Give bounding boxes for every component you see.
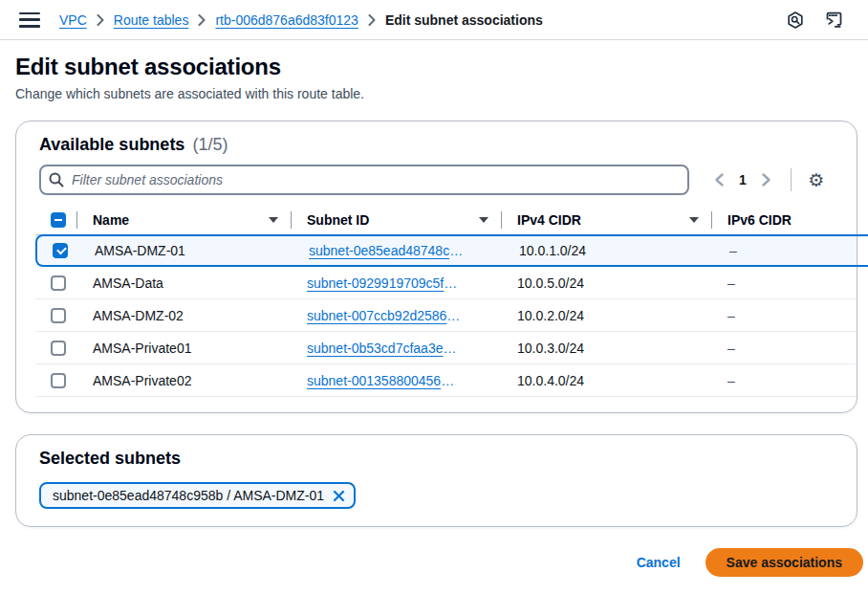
sort-caret-icon	[479, 217, 488, 223]
subnet-name: AMSA-Private01	[93, 341, 191, 356]
settings-gear-icon[interactable]: ⚙	[803, 166, 830, 193]
sort-caret-icon	[269, 217, 278, 223]
selected-subnets-title: Selected subnets	[39, 449, 834, 469]
top-navigation: VPC Route tables rtb-006d876a6d83f0123 E…	[0, 0, 868, 40]
breadcrumb: VPC Route tables rtb-006d876a6d83f0123 E…	[59, 12, 543, 28]
table-header-row: Name Subnet ID IPv4 CIDR IPv6 CIDR	[35, 205, 857, 235]
menu-icon[interactable]	[19, 12, 40, 28]
column-header-ipv4-cidr[interactable]: IPv4 CIDR	[502, 205, 712, 234]
breadcrumb-current: Edit subnet associations	[385, 12, 543, 28]
save-associations-button[interactable]: Save associations	[705, 548, 863, 577]
ipv6-cidr: –	[727, 308, 735, 323]
page-subtitle: Change which subnets are associated with…	[15, 86, 868, 101]
ipv4-cidr: 10.0.3.0/24	[517, 341, 584, 356]
subnet-id-link[interactable]: subnet-0929919709c5f	[307, 275, 457, 291]
subnet-id-link[interactable]: subnet-0e85ead48748c	[309, 243, 463, 258]
chevron-right-icon	[97, 14, 104, 26]
main-content: Edit subnet associations Change which su…	[0, 40, 868, 577]
cancel-button[interactable]: Cancel	[637, 555, 681, 570]
chevron-right-icon	[198, 14, 206, 26]
subnets-table: Name Subnet ID IPv4 CIDR IPv6 CIDR	[35, 205, 857, 412]
row-checkbox[interactable]	[51, 341, 66, 356]
subnet-name: AMSA-Private02	[93, 373, 191, 388]
column-header-subnet-id[interactable]: Subnet ID	[292, 205, 502, 234]
select-all-checkbox[interactable]	[51, 212, 66, 228]
subnet-id-link[interactable]: subnet-007ccb92d2586	[307, 308, 460, 323]
ipv4-cidr: 10.0.4.0/24	[517, 373, 584, 388]
table-row[interactable]: AMSA-DMZ-01 subnet-0e85ead48748c 10.0.1.…	[35, 234, 857, 267]
ipv4-cidr: 10.0.1.0/24	[519, 243, 586, 258]
breadcrumb-route-tables[interactable]: Route tables	[114, 12, 189, 28]
filter-input[interactable]	[39, 165, 689, 195]
ipv6-cidr: –	[727, 341, 735, 356]
column-header-name[interactable]: Name	[77, 205, 292, 234]
assistant-icon[interactable]	[780, 5, 811, 35]
table-row[interactable]: AMSA-Data subnet-0929919709c5f 10.0.5.0/…	[35, 267, 857, 299]
subnet-name: AMSA-DMZ-01	[95, 243, 185, 258]
selected-subnets-card: Selected subnets subnet-0e85ead48748c958…	[15, 434, 857, 527]
page-title: Edit subnet associations	[15, 54, 868, 80]
breadcrumb-route-table-id[interactable]: rtb-006d876a6d83f0123	[215, 12, 358, 28]
table-row[interactable]: AMSA-DMZ-02 subnet-007ccb92d2586 10.0.2.…	[35, 299, 857, 332]
token-label: subnet-0e85ead48748c958b / AMSA-DMZ-01	[53, 488, 324, 503]
subnet-id-link[interactable]: subnet-001358800456	[307, 373, 454, 388]
subnet-name: AMSA-DMZ-02	[93, 308, 184, 323]
ipv6-cidr: –	[727, 275, 735, 291]
breadcrumb-vpc[interactable]: VPC	[59, 12, 87, 28]
toolbar-divider	[791, 168, 792, 191]
row-checkbox[interactable]	[51, 373, 66, 388]
selection-counter: (1/5)	[192, 135, 228, 155]
column-header-ipv6-cidr[interactable]: IPv6 CIDR	[712, 205, 857, 234]
ipv6-cidr: –	[729, 243, 737, 258]
ipv4-cidr: 10.0.2.0/24	[517, 308, 584, 323]
sort-caret-icon	[689, 217, 699, 223]
row-checkbox[interactable]	[51, 275, 66, 291]
table-row[interactable]: AMSA-Private02 subnet-001358800456 10.0.…	[35, 364, 857, 397]
selected-subnet-token: subnet-0e85ead48748c958b / AMSA-DMZ-01	[39, 482, 356, 509]
chevron-right-icon	[368, 14, 376, 26]
available-subnets-title: Available subnets	[39, 135, 184, 155]
next-page-icon[interactable]	[754, 167, 779, 192]
ipv6-cidr: –	[727, 373, 735, 388]
subnet-name: AMSA-Data	[93, 275, 163, 291]
previous-page-icon[interactable]	[706, 167, 731, 192]
ipv4-cidr: 10.0.5.0/24	[517, 275, 584, 291]
footer-actions: Cancel Save associations	[15, 548, 868, 577]
row-checkbox[interactable]	[53, 243, 68, 258]
row-checkbox[interactable]	[51, 308, 66, 323]
subnet-id-link[interactable]: subnet-0b53cd7cfaa3e	[307, 341, 456, 356]
available-subnets-card: Available subnets (1/5)	[15, 121, 857, 413]
cloudshell-icon[interactable]	[818, 5, 849, 35]
token-dismiss-icon[interactable]	[332, 489, 346, 503]
table-row[interactable]: AMSA-Private01 subnet-0b53cd7cfaa3e 10.0…	[35, 332, 857, 364]
pagination: 1 ⚙	[706, 166, 830, 193]
page-number[interactable]: 1	[731, 172, 754, 187]
